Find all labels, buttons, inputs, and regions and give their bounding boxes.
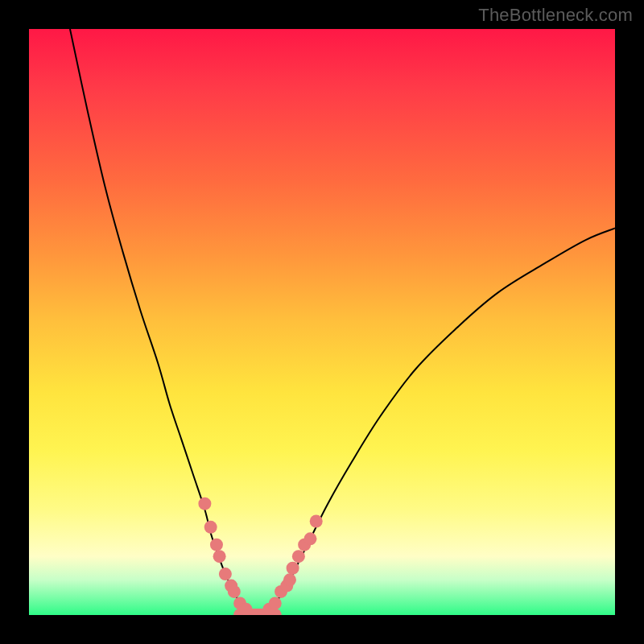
data-marker xyxy=(204,521,217,534)
data-marker xyxy=(292,550,305,563)
chart-frame: TheBottleneck.com xyxy=(0,0,644,644)
data-marker xyxy=(210,539,223,551)
data-marker xyxy=(287,562,299,575)
data-marker xyxy=(198,497,211,510)
plot-area xyxy=(29,29,615,615)
watermark-text: TheBottleneck.com xyxy=(478,5,633,26)
data-marker xyxy=(283,573,296,586)
data-marker xyxy=(213,550,226,563)
data-marker xyxy=(269,597,282,609)
data-marker xyxy=(239,603,252,615)
data-marker xyxy=(310,515,323,528)
data-markers xyxy=(198,497,322,615)
right-curve xyxy=(263,229,615,615)
chart-svg xyxy=(29,29,615,615)
data-marker xyxy=(303,532,316,545)
left-curve xyxy=(70,29,252,615)
data-marker xyxy=(228,585,241,598)
data-marker xyxy=(219,568,232,580)
